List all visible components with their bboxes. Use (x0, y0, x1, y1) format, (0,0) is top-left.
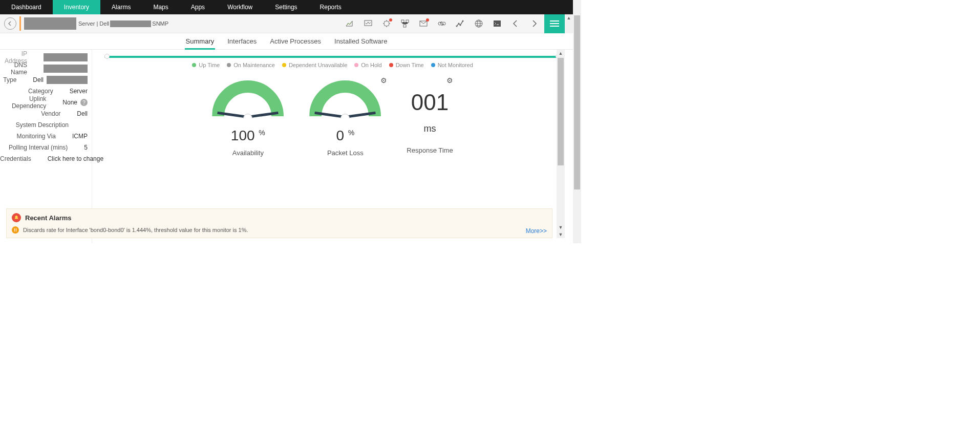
scroll-thumb[interactable] (558, 58, 564, 165)
type-label: Type (0, 76, 25, 83)
svg-rect-4 (403, 25, 406, 27)
breadcrumb-prefix: Server | Dell (78, 20, 109, 27)
bell-icon (12, 213, 21, 222)
cred-label: Credentials (0, 155, 39, 162)
more-link[interactable]: More>> (526, 227, 547, 235)
nav-maps[interactable]: Maps (142, 0, 179, 14)
packetloss-unit: % (348, 129, 354, 137)
warning-icon: !! (12, 226, 19, 234)
availability-unit: % (259, 129, 265, 137)
tab-active-processes[interactable]: Active Processes (269, 33, 322, 49)
ip-label: IP Address (0, 50, 35, 65)
svg-rect-3 (406, 20, 409, 23)
nav-reports[interactable]: Reports (309, 0, 353, 14)
chevron-left-icon (8, 21, 13, 26)
gauge-packetloss: ⚙ 0 % Packet Loss (309, 80, 381, 157)
nav-alarms[interactable]: Alarms (100, 0, 142, 14)
nav-dashboard[interactable]: Dashboard (0, 0, 53, 14)
svg-rect-2 (401, 20, 404, 23)
legend-dot-uptime (192, 63, 196, 67)
responsetime-unit: ms (423, 123, 436, 134)
link-icon[interactable] (434, 17, 450, 30)
tab-interfaces[interactable]: Interfaces (226, 33, 258, 49)
scroll-down-icon-2[interactable]: ▼ (557, 231, 565, 238)
top-nav: Dashboard Inventory Alarms Maps Apps Wor… (0, 0, 573, 14)
secondary-bar: Server | Dell SNMP ▲ (0, 14, 573, 33)
svg-point-8 (456, 26, 458, 27)
type-redacted (47, 76, 88, 84)
svg-point-6 (438, 22, 441, 25)
svg-point-11 (462, 20, 464, 22)
gauge-options-icon-2[interactable]: ⚙ (446, 76, 453, 85)
category-label: Category (0, 88, 61, 95)
legend-depun: Dependent Unavailable (289, 62, 347, 68)
status-bar-icon (19, 16, 21, 31)
back-button[interactable] (4, 17, 16, 30)
outer-scroll-thumb[interactable] (574, 15, 580, 190)
scroll-down-icon[interactable]: ▼ (557, 224, 565, 231)
poll-value: 5 (76, 144, 88, 151)
alarm-message: Discards rate for Interface 'bond0-bond0… (23, 227, 248, 233)
gauge-options-icon[interactable]: ⚙ (380, 76, 387, 85)
alarms-title: Recent Alarms (25, 214, 72, 222)
tab-summary[interactable]: Summary (185, 33, 216, 49)
terminal-icon[interactable] (489, 17, 505, 30)
legend-dot-down (389, 63, 393, 67)
legend-uptime: Up Time (199, 62, 220, 68)
availability-value: 100 (231, 128, 255, 143)
nav-inventory[interactable]: Inventory (53, 0, 100, 14)
monitor-icon[interactable] (360, 17, 376, 30)
analytics-icon[interactable] (452, 17, 468, 30)
packetloss-label: Packet Loss (327, 149, 364, 157)
uplink-label: Uplink Dependency (0, 95, 54, 110)
legend-dot-onhold (354, 63, 358, 67)
vendor-label: Vendor (0, 110, 69, 117)
responsetime-value: 001 (411, 90, 449, 115)
type-value: Dell (33, 76, 44, 83)
inner-scrollbar[interactable]: ▲ ▼ ▼ (557, 50, 565, 238)
uplink-value: None (62, 99, 77, 106)
gauges: 100 % Availability ⚙ 0 % Packet Loss ⚙ 0… (104, 80, 561, 157)
timeline-slider[interactable] (104, 56, 561, 58)
poll-label: Polling Interval (mins) (0, 144, 76, 151)
gauge-availability: 100 % Availability (212, 80, 284, 157)
chart-area-icon[interactable] (342, 17, 358, 30)
nav-settings[interactable]: Settings (264, 0, 308, 14)
legend-dot-onmaint (227, 63, 231, 67)
devices-icon[interactable] (397, 17, 413, 30)
nav-apps[interactable]: Apps (180, 0, 216, 14)
outer-scrollbar[interactable] (573, 0, 581, 243)
slider-handle-left[interactable] (104, 54, 110, 59)
prev-icon[interactable] (507, 17, 524, 30)
tabs: Summary Interfaces Active Processes Inst… (0, 33, 573, 50)
mail-icon[interactable] (415, 17, 432, 30)
scroll-up-icon[interactable]: ▲ (557, 50, 565, 57)
breadcrumb-suffix: SNMP (152, 20, 168, 27)
recent-alarms-panel: Recent Alarms !! Discards rate for Inter… (6, 208, 552, 238)
toolbar (342, 17, 544, 30)
alarm-row[interactable]: !! Discards rate for Interface 'bond0-bo… (12, 226, 547, 234)
legend-notmon: Not Monitored (438, 62, 473, 68)
nav-workflow[interactable]: Workflow (216, 0, 264, 14)
category-value: Server (61, 88, 88, 95)
help-icon[interactable]: ? (80, 99, 88, 106)
next-icon[interactable] (526, 17, 542, 30)
scrollbar-top[interactable]: ▲ (565, 14, 573, 33)
breadcrumb-redacted2 (110, 20, 151, 27)
monvia-value: ICMP (64, 133, 88, 140)
ip-redacted (44, 53, 88, 61)
vendor-value: Dell (69, 110, 88, 117)
alert-icon[interactable] (378, 17, 395, 30)
tab-installed-software[interactable]: Installed Software (333, 33, 388, 49)
menu-button[interactable] (544, 14, 565, 33)
legend-dot-notmon (431, 63, 435, 67)
sysdesc-label: System Description (0, 121, 77, 129)
breadcrumb-redacted (24, 17, 76, 30)
legend-onhold: On Hold (361, 62, 381, 68)
legend-down: Down Time (396, 62, 424, 68)
legend-dot-depun (282, 63, 286, 67)
responsetime-label: Response Time (407, 146, 453, 154)
svg-point-10 (460, 25, 461, 26)
globe-icon[interactable] (471, 17, 487, 30)
svg-point-7 (442, 22, 445, 25)
